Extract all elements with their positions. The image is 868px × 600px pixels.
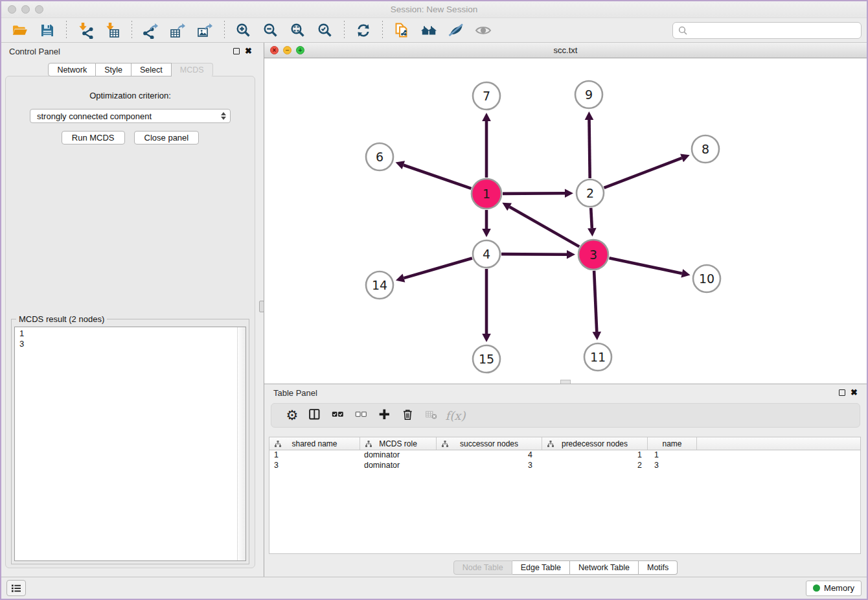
table-cell: 3	[437, 461, 542, 471]
tab-motifs[interactable]: Motifs	[639, 560, 678, 575]
tab-node-table[interactable]: Node Table	[453, 560, 512, 575]
toolbar-separator	[382, 21, 383, 40]
tab-network[interactable]: Network	[48, 63, 96, 76]
node-label: 4	[483, 247, 490, 261]
copy-network-icon[interactable]	[392, 21, 411, 40]
graph-node-9[interactable]: 9	[575, 81, 602, 108]
application-window: Session: New Session Control Panel ✖	[0, 0, 868, 600]
graph-node-11[interactable]: 11	[584, 343, 611, 371]
add-column-icon[interactable]	[374, 406, 397, 425]
graph-edge-2-8[interactable]	[604, 158, 681, 188]
table-panel: Table Panel ✖ ⚙f(x) shared nameMCDS role…	[264, 384, 867, 577]
table-cell: 1	[269, 450, 360, 461]
search-field[interactable]	[672, 22, 862, 39]
graph-edge-3-10[interactable]	[609, 258, 681, 273]
graph-edge-2-9[interactable]	[589, 120, 590, 178]
graph-edge-3-1[interactable]	[510, 207, 580, 246]
tab-mcds[interactable]: MCDS	[172, 63, 213, 76]
zoom-fit-icon[interactable]	[288, 21, 308, 40]
memory-status-dot	[813, 584, 820, 592]
column-header-successor-nodes[interactable]: successor nodes	[437, 437, 542, 450]
search-input[interactable]	[691, 25, 856, 35]
graph-node-14[interactable]: 14	[366, 271, 393, 299]
graph-node-6[interactable]: 6	[366, 143, 393, 170]
import-table-icon[interactable]	[103, 21, 122, 40]
graph-node-10[interactable]: 10	[693, 265, 720, 292]
column-header-shared-name[interactable]: shared name	[269, 437, 360, 450]
clear-checkboxes-icon[interactable]	[350, 406, 374, 425]
table-close-panel-icon[interactable]: ✖	[851, 389, 858, 397]
node-label: 11	[590, 350, 606, 364]
gear-icon[interactable]: ⚙	[280, 406, 304, 425]
network-window-title: scc.txt	[264, 45, 867, 55]
run-mcds-button[interactable]: Run MCDS	[62, 131, 125, 144]
graph-edge-3-11[interactable]	[594, 271, 597, 332]
tab-select[interactable]: Select	[131, 63, 172, 76]
network-canvas[interactable]: 1234678910111415	[264, 58, 867, 384]
graph-edge-4-14[interactable]	[404, 258, 472, 278]
zoom-selected-icon[interactable]	[315, 21, 335, 40]
result-line: 1	[19, 329, 246, 339]
zoom-out-icon[interactable]	[261, 21, 280, 40]
zoom-in-icon[interactable]	[234, 21, 253, 40]
dropdown-value: strongly connected component	[37, 111, 152, 121]
graph-edge-1-6[interactable]	[404, 165, 472, 189]
graph-node-2[interactable]: 2	[577, 179, 604, 207]
table-float-panel-icon[interactable]	[839, 389, 845, 396]
vertical-splitter[interactable]	[260, 43, 264, 577]
import-network-icon[interactable]	[76, 21, 95, 40]
graph-node-7[interactable]: 7	[473, 82, 500, 110]
delete-column-icon[interactable]	[397, 406, 420, 425]
memory-button[interactable]: Memory	[806, 581, 862, 596]
network-minimize-button[interactable]: –	[283, 46, 291, 54]
export-image-icon[interactable]	[196, 21, 215, 40]
edge-arrowhead	[396, 274, 405, 283]
houses-icon[interactable]	[419, 21, 439, 40]
graph-node-1[interactable]: 1	[472, 179, 501, 209]
table-cell: dominator	[360, 450, 437, 461]
network-close-button[interactable]: ×	[270, 46, 279, 54]
close-panel-button[interactable]: Close panel	[134, 131, 200, 144]
table-cell: dominator	[360, 461, 437, 471]
table-cell: 1	[542, 450, 648, 461]
dropdown-arrows-icon	[221, 112, 226, 120]
graph-node-4[interactable]: 4	[473, 240, 500, 268]
folder-open-icon[interactable]	[10, 21, 30, 40]
columns-icon[interactable]	[304, 406, 327, 425]
float-panel-icon[interactable]	[233, 48, 240, 54]
node-table: shared nameMCDS rolesuccessor nodesprede…	[269, 437, 861, 554]
node-label: 9	[585, 87, 593, 102]
graph-node-8[interactable]: 8	[692, 135, 719, 163]
table-panel-title: Table Panel	[273, 388, 317, 398]
export-network-icon[interactable]	[141, 21, 161, 40]
tab-network-table[interactable]: Network Table	[570, 560, 639, 575]
graph-node-3[interactable]: 3	[578, 240, 608, 270]
mcds-result-textarea[interactable]: 13	[14, 327, 246, 561]
splitter-handle[interactable]	[259, 301, 264, 312]
table-cell: 1	[648, 450, 697, 461]
table-cell: 3	[269, 461, 360, 471]
graph-edge-1-2[interactable]	[503, 193, 565, 194]
tab-edge-table[interactable]: Edge Table	[512, 560, 570, 575]
optimization-criterion-select[interactable]: strongly connected component	[30, 109, 231, 123]
graph-edge-2-3[interactable]	[591, 208, 592, 228]
result-scrollbar[interactable]	[237, 327, 246, 560]
task-history-button[interactable]	[6, 580, 26, 596]
graph-edge-4-3[interactable]	[501, 254, 567, 255]
table-row[interactable]: 1dominator411	[269, 450, 860, 461]
column-header-name[interactable]: name	[648, 437, 697, 450]
refresh-layout-icon[interactable]	[354, 21, 373, 40]
network-maximize-button[interactable]: +	[296, 46, 304, 54]
tab-style[interactable]: Style	[96, 63, 131, 76]
delete-table-icon	[420, 406, 444, 425]
select-all-checkboxes-icon[interactable]	[327, 406, 350, 425]
hide-details-icon[interactable]	[446, 21, 466, 40]
close-panel-icon[interactable]: ✖	[245, 47, 252, 55]
save-icon[interactable]	[38, 21, 57, 40]
graph-node-15[interactable]: 15	[473, 345, 500, 373]
table-row[interactable]: 3dominator323	[269, 461, 860, 471]
column-header-MCDS-role[interactable]: MCDS role	[360, 437, 437, 450]
column-header-predecessor-nodes[interactable]: predecessor nodes	[542, 437, 648, 450]
status-bar: Memory	[1, 577, 867, 599]
export-table-icon[interactable]	[168, 21, 188, 40]
